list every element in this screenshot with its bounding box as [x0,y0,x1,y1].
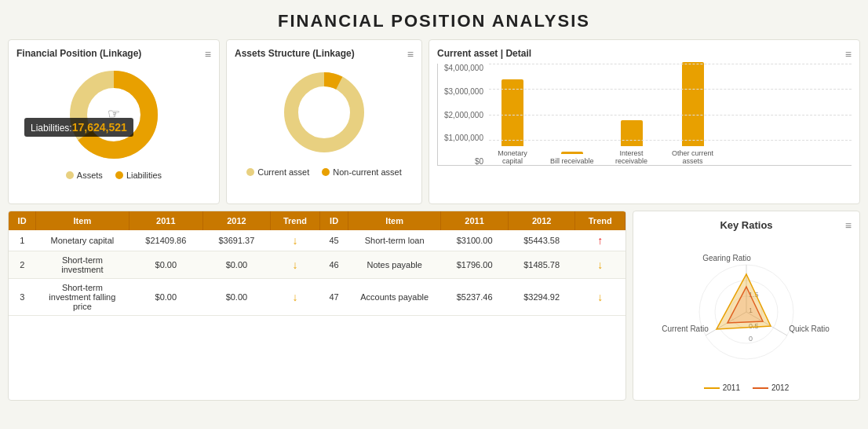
table-row: 2 Short-term investment $0.00 $0.00 ↓ 46… [9,251,625,279]
radar-label-quick: Quick Ratio [789,324,830,333]
table-header: ID Item 2011 2012 Trend ID Item 2011 201… [9,211,625,230]
bar-chart: $4,000,000 $3,000,000 $2,000,000 $1,000,… [437,64,852,189]
y-label-3m: $3,000,000 [438,87,483,96]
key-ratios-menu[interactable]: ≡ [845,219,852,232]
trend-arrow-down: ↓ [292,291,297,303]
cell-trend-1-1: ↓ [270,230,320,251]
current-asset-menu[interactable]: ≡ [845,48,852,60]
cell-2012-2-2: $1485.78 [508,251,575,279]
legend-current-asset: Current asset [246,167,309,177]
assets-label: Assets [77,170,103,180]
col-2012-2: 2012 [508,211,575,230]
y-axis-labels: $4,000,000 $3,000,000 $2,000,000 $1,000,… [438,64,487,166]
trend-arrow-down: ↓ [292,258,297,271]
col-trend-1: Trend [270,211,320,230]
cell-2012-1-2: $0.00 [203,251,271,279]
financial-tooltip: Liabilities:17,624,521 [24,118,133,137]
bar-interest: Interest receivable [608,120,655,165]
bar-other: Other current assets [669,62,717,165]
tooltip-label: Liabilities: [31,123,72,134]
cell-trend-1-3: ↓ [270,279,320,316]
radar-chart-container: 1.5 1 0.5 0 [641,237,852,379]
bar-other-label: Other current assets [669,149,717,165]
radar-chart: 1.5 1 0.5 0 [644,237,848,379]
cell-2011-1-3: $0.00 [129,279,203,316]
table-row: 1 Monetary capital $21409.86 $3691.37 ↓ … [9,230,625,251]
assets-donut-container: Current asset Non-current asset [235,65,414,177]
ratio-legend: 2011 2012 [641,383,852,392]
y-label-0: $0 [438,157,483,166]
cell-2011-1-1: $21409.86 [129,230,203,251]
radar-label-current: Current Ratio [662,324,709,333]
bar-bill-rect [561,152,583,154]
table-row: 3 Short-term investment falling price $0… [9,279,625,316]
cell-2011-2-3: $5237.46 [441,279,509,316]
assets-structure-panel: Assets Structure (Linkage) ≡ Current ass… [226,39,422,204]
financial-position-menu[interactable]: ≡ [205,48,211,60]
non-current-dot [322,168,330,176]
bar-monetary-label: Monetary capital [489,149,536,165]
col-2011-1: 2011 [129,211,203,230]
y-label-2m: $2,000,000 [438,111,483,119]
cell-item-1-1: Monetary capital [36,230,129,251]
col-trend-2: Trend [575,211,625,230]
legend-non-current-asset: Non-current asset [322,167,401,177]
page-title: FINANCIAL POSITION ANALYSIS [0,0,868,39]
col-2011-2: 2011 [441,211,509,230]
col-item-2: Item [348,211,441,230]
legend-item-liabilities: Liabilities [115,170,162,180]
grid-line-3m [489,89,852,90]
non-current-label: Non-current asset [333,167,401,177]
bottom-row: ID Item 2011 2012 Trend ID Item 2011 201… [0,211,868,407]
legend-2012-label: 2012 [771,383,789,392]
cell-2011-2-1: $3100.00 [441,230,509,251]
cell-2012-1-1: $3691.37 [203,230,271,251]
assets-dot [66,171,74,179]
tooltip-value: 17,624,521 [72,121,127,134]
bar-bill-label: Bill receivable [550,157,594,165]
cell-id-1-2: 2 [9,251,36,279]
cell-2012-2-3: $3294.92 [508,279,575,316]
grid-line-2m [489,115,852,116]
col-id-2: ID [320,211,348,230]
bar-other-rect [682,62,704,146]
legend-2011-label: 2011 [723,383,740,392]
legend-item-assets: Assets [66,170,103,180]
grid-line-1m [489,140,852,141]
trend-arrow-down: ↓ [292,234,297,247]
top-row: Financial Position (Linkage) ≡ ☞ Liabili… [0,39,868,211]
current-asset-label: Current asset [257,167,309,177]
trend-arrow-up: ↑ [597,234,603,247]
assets-structure-title: Assets Structure (Linkage) [235,48,414,59]
financial-donut-chart: ☞ [51,64,177,166]
key-ratios-panel: ≡ Key Ratios 1.5 [633,211,860,401]
cell-trend-1-2: ↓ [270,251,320,279]
bar-interest-label: Interest receivable [608,149,655,165]
cell-item-1-2: Short-term investment [36,251,129,279]
cell-id-2-3: 47 [320,279,348,316]
legend-line-2011 [704,387,720,389]
legend-line-2012 [753,387,768,389]
col-2012-1: 2012 [203,211,271,230]
bar-interest-rect [621,120,643,146]
cell-2012-1-3: $0.00 [203,279,271,316]
bar-chart-inner: $4,000,000 $3,000,000 $2,000,000 $1,000,… [437,64,852,166]
assets-structure-menu[interactable]: ≡ [407,48,414,60]
y-label-1m: $1,000,000 [438,134,483,142]
financial-position-panel: Financial Position (Linkage) ≡ ☞ Liabili… [8,39,220,204]
cell-trend-2-3: ↓ [575,279,625,316]
cell-id-2-1: 45 [320,230,348,251]
svg-text:0: 0 [749,335,753,343]
liabilities-label: Liabilities [126,170,162,180]
financial-legend: Assets Liabilities [66,170,162,180]
key-ratios-title: Key Ratios [641,219,852,231]
cell-id-1-1: 1 [9,230,36,251]
table-body: 1 Monetary capital $21409.86 $3691.37 ↓ … [9,230,625,316]
ratio-legend-2012: 2012 [753,383,789,392]
radar-label-gearing: Gearing Ratio [702,254,751,262]
assets-legend: Current asset Non-current asset [246,167,401,177]
cell-item-2-2: Notes payable [348,251,441,279]
bar-monetary: Monetary capital [489,79,536,165]
header-row: ID Item 2011 2012 Trend ID Item 2011 201… [9,211,625,230]
cell-trend-2-1: ↑ [575,230,625,251]
